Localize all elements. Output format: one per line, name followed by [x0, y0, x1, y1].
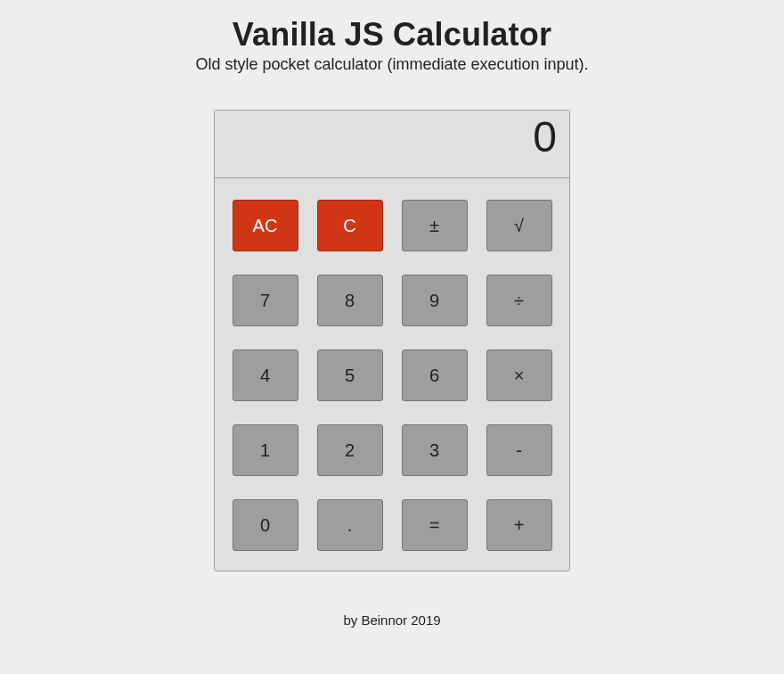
calculator-display: 0: [215, 111, 569, 178]
calculator-keypad: AC C ± √ 7 8 9 ÷ 4 5 6 × 1 2 3 - 0 . = +: [215, 178, 569, 571]
key-divide[interactable]: ÷: [486, 275, 552, 326]
key-9[interactable]: 9: [402, 275, 468, 326]
key-2[interactable]: 2: [317, 424, 383, 476]
key-8[interactable]: 8: [317, 275, 383, 326]
key-decimal[interactable]: .: [317, 499, 383, 551]
key-6[interactable]: 6: [402, 349, 468, 401]
page-footer: by Beinnor 2019: [343, 612, 440, 628]
key-subtract[interactable]: -: [486, 424, 552, 476]
key-plus-minus[interactable]: ±: [402, 200, 468, 251]
key-add[interactable]: +: [486, 499, 552, 551]
page-subtitle: Old style pocket calculator (immediate e…: [195, 55, 588, 74]
page-title: Vanilla JS Calculator: [233, 16, 551, 53]
key-0[interactable]: 0: [233, 499, 298, 551]
key-sqrt[interactable]: √: [486, 200, 552, 251]
key-all-clear[interactable]: AC: [233, 200, 298, 251]
key-multiply[interactable]: ×: [486, 349, 552, 401]
key-4[interactable]: 4: [233, 349, 298, 401]
key-3[interactable]: 3: [402, 424, 468, 476]
key-7[interactable]: 7: [233, 275, 298, 326]
calculator: 0 AC C ± √ 7 8 9 ÷ 4 5 6 × 1 2 3 - 0 . =…: [214, 110, 570, 571]
key-1[interactable]: 1: [233, 424, 298, 476]
key-5[interactable]: 5: [317, 349, 383, 401]
key-clear[interactable]: C: [317, 200, 383, 251]
key-equals[interactable]: =: [402, 499, 468, 551]
